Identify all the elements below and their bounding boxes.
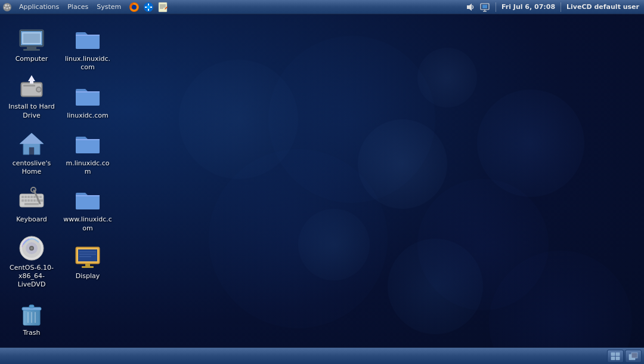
window-switcher-button[interactable] — [625, 350, 642, 363]
bottom-taskbar — [0, 347, 644, 364]
keyboard-label: Keyboard — [16, 215, 47, 224]
display-icon-image — [73, 242, 102, 271]
home-icon[interactable]: centoslive's Home — [5, 127, 58, 179]
svg-rect-66 — [29, 305, 34, 308]
svg-rect-39 — [24, 196, 27, 198]
svg-rect-18 — [482, 5, 487, 8]
home-icon-image — [17, 129, 46, 158]
install-icon-image — [17, 73, 46, 101]
folder-icon-image-1 — [73, 25, 102, 54]
display-label: Display — [76, 272, 100, 280]
firefox-launcher[interactable] — [128, 1, 140, 13]
home-label: centoslive's Home — [7, 159, 56, 177]
dvd-icon-image — [17, 234, 46, 263]
svg-rect-71 — [82, 266, 94, 268]
svg-point-4 — [7, 7, 8, 9]
dvd-label: CentOS-6.10-x86_64-LiveDVD — [7, 264, 56, 289]
svg-point-2 — [8, 4, 10, 6]
taskbar-right: Fri Jul 6, 07:08 LiveCD default user — [465, 2, 644, 13]
svg-rect-77 — [611, 357, 615, 360]
folder-linux-linuxidc-label: linux.linuxidc.com — [63, 55, 112, 72]
keyboard-icon-image — [17, 186, 46, 214]
svg-marker-35 — [20, 133, 44, 144]
gedit-launcher[interactable] — [157, 1, 169, 13]
applications-menu[interactable]: Applications — [16, 1, 63, 14]
display-settings-icon[interactable]: Display — [61, 240, 114, 283]
svg-point-5 — [9, 7, 11, 8]
clock: Fri Jul 6, 07:08 — [501, 3, 555, 11]
computer-icon-image — [17, 25, 46, 54]
folder-m-linuxidc-label: m.linuxidc.com — [63, 159, 112, 177]
svg-rect-45 — [21, 199, 24, 202]
top-taskbar: Applications Places System — [0, 0, 644, 14]
volume-icon[interactable] — [465, 2, 476, 13]
folder-linuxidc-icon[interactable]: linuxidc.com — [61, 79, 114, 122]
folder-icon-image-3 — [73, 129, 102, 158]
trash-label: Trash — [23, 329, 40, 337]
current-user: LiveCD default user — [566, 3, 639, 11]
svg-rect-78 — [616, 357, 620, 360]
svg-marker-16 — [467, 4, 472, 11]
install-icon[interactable]: Install to Hard Drive — [5, 70, 58, 122]
taskbar-separator-2 — [561, 2, 561, 12]
folder-www-linuxidc-label: www.linuxidc.com — [63, 215, 112, 233]
places-menu[interactable]: Places — [64, 1, 92, 14]
computer-label: Computer — [16, 55, 48, 63]
svg-rect-42 — [33, 196, 36, 198]
svg-rect-38 — [21, 196, 24, 198]
svg-rect-69 — [78, 249, 97, 261]
svg-rect-32 — [30, 79, 33, 84]
taskbar-left: Applications Places System — [0, 1, 169, 14]
folder-linuxidc-label: linuxidc.com — [67, 112, 109, 120]
folder-icon-image-4 — [73, 186, 102, 214]
svg-rect-75 — [611, 353, 615, 356]
svg-rect-41 — [30, 196, 33, 198]
svg-point-7 — [132, 5, 137, 10]
bottom-taskbar-right — [607, 350, 644, 363]
show-desktop-button[interactable] — [607, 350, 624, 363]
svg-rect-23 — [27, 47, 36, 49]
gnome-logo — [1, 1, 13, 13]
svg-point-59 — [30, 247, 33, 249]
svg-rect-70 — [85, 264, 90, 266]
folder-linux-linuxidc-icon[interactable]: linux.linuxidc.com — [61, 23, 114, 75]
desktop-icons-container: Computer Install to Hard Drive — [0, 18, 117, 347]
svg-rect-33 — [23, 85, 35, 87]
trash-icon[interactable]: Trash — [5, 297, 58, 340]
computer-icon[interactable]: Computer — [5, 23, 58, 66]
system-menu[interactable]: System — [93, 1, 125, 14]
thunderbird-launcher[interactable] — [143, 1, 154, 13]
install-label: Install to Hard Drive — [7, 103, 56, 120]
svg-point-3 — [4, 7, 6, 8]
folder-icon-image-2 — [73, 82, 102, 110]
svg-rect-24 — [23, 49, 40, 51]
folder-www-linuxidc-icon[interactable]: www.linuxidc.com — [61, 183, 114, 235]
svg-point-30 — [37, 88, 41, 91]
folder-m-linuxidc-icon[interactable]: m.linuxidc.com — [61, 127, 114, 179]
svg-rect-46 — [24, 199, 27, 202]
trash-icon-image — [17, 299, 46, 328]
svg-point-1 — [5, 4, 7, 7]
svg-rect-26 — [23, 33, 40, 43]
svg-rect-40 — [27, 196, 30, 198]
svg-rect-76 — [616, 353, 620, 356]
network-icon[interactable] — [479, 2, 490, 13]
keyboard-icon[interactable]: Keyboard — [5, 183, 58, 226]
svg-rect-49 — [33, 199, 36, 202]
svg-rect-44 — [39, 196, 42, 198]
svg-rect-80 — [631, 353, 637, 358]
svg-rect-52 — [24, 203, 39, 205]
svg-rect-36 — [29, 147, 34, 155]
svg-rect-47 — [27, 199, 30, 202]
taskbar-separator — [496, 2, 496, 12]
svg-point-9 — [147, 5, 150, 9]
svg-rect-48 — [30, 199, 33, 202]
dvd-icon[interactable]: CentOS-6.10-x86_64-LiveDVD — [5, 232, 58, 292]
